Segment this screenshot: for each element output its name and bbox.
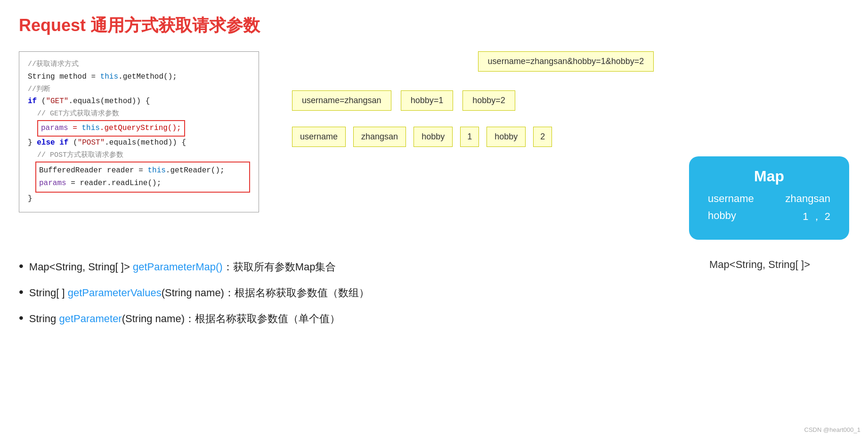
getParameterMap-link: getParameterMap()	[133, 261, 223, 273]
kv-hobby-1: hobby	[414, 127, 453, 147]
map-value-hobby: 1 ， 2	[803, 210, 830, 224]
map-row-hobby: hobby 1 ， 2	[708, 210, 830, 224]
map-key-hobby: hobby	[708, 210, 736, 224]
map-card-wrapper: Map username zhangsan hobby 1 ， 2	[283, 166, 849, 240]
getParameter-link: getParameter	[59, 313, 122, 324]
kv-hobby-2: hobby	[487, 127, 526, 147]
code-box: //获取请求方式 String method = this.getMethod(…	[19, 51, 259, 212]
bullet-item-2: • String[ ] getParameterValues(String na…	[19, 284, 642, 300]
url-bar-wrapper: username=zhangsan&hobby=1&hobby=2	[283, 51, 849, 76]
code-line-6: params = this.getQueryString();	[37, 120, 250, 137]
map-card-title: Map	[708, 168, 830, 185]
url-bar: username=zhangsan&hobby=1&hobby=2	[478, 51, 654, 72]
kv-username: username	[292, 127, 346, 147]
code-section: //获取请求方式 String method = this.getMethod(…	[19, 51, 264, 212]
code-line-2: String method = this.getMethod();	[28, 71, 250, 83]
param-row-1: username=zhangsan hobby=1 hobby=2	[292, 90, 849, 111]
code-line-3: //判断	[28, 83, 250, 96]
param-box-hobby1: hobby=1	[401, 90, 454, 111]
code-line-10: BufferedReader reader = this.getReader()…	[39, 164, 246, 177]
bottom-right: Map<String, String[ ]>	[670, 259, 849, 271]
map-row-username: username zhangsan	[708, 193, 830, 205]
watermark: CSDN @heart000_1	[804, 426, 860, 433]
bullet-item-1: • Map<String, String[ ]> getParameterMap…	[19, 259, 642, 274]
kv-row: username zhangsan hobby 1 hobby 2	[292, 127, 849, 147]
bottom-section: • Map<String, String[ ]> getParameterMap…	[19, 259, 849, 336]
param-box-username-zhangsan: username=zhangsan	[292, 90, 391, 111]
bullet-text-2: String[ ] getParameterValues(String name…	[29, 286, 369, 300]
kv-1: 1	[460, 127, 479, 147]
getParameterValues-link: getParameterValues	[68, 287, 162, 299]
code-line-7: } else if ("POST".equals(method)) {	[28, 137, 250, 149]
page-title: Request 通用方式获取请求参数	[19, 14, 849, 37]
main-content: //获取请求方式 String method = this.getMethod(…	[19, 51, 849, 240]
bullet-text-1: Map<String, String[ ]> getParameterMap()…	[29, 260, 336, 274]
code-line-5: // GET方式获取请求参数	[37, 108, 250, 120]
code-line-8: // POST方式获取请求参数	[37, 149, 250, 162]
kv-zhangsan: zhangsan	[353, 127, 406, 147]
bullet-dot-3: •	[19, 310, 24, 325]
bullet-item-3: • String getParameter(String name)：根据名称获…	[19, 310, 642, 326]
code-line-4: if ("GET".equals(method)) {	[28, 95, 250, 108]
kv-2: 2	[533, 127, 552, 147]
code-line-11: params = reader.readLine();	[39, 177, 246, 190]
param-box-hobby2: hobby=2	[462, 90, 515, 111]
bullet-dot-2: •	[19, 284, 24, 300]
map-key-username: username	[708, 193, 754, 205]
diagram-section: username=zhangsan&hobby=1&hobby=2 userna…	[283, 51, 849, 240]
bullet-list: • Map<String, String[ ]> getParameterMap…	[19, 259, 642, 336]
bullet-text-3: String getParameter(String name)：根据名称获取参…	[29, 312, 340, 326]
map-type-label: Map<String, String[ ]>	[709, 259, 810, 271]
bullet-dot-1: •	[19, 259, 24, 274]
code-line-12: }	[28, 193, 250, 205]
code-highlight-block: BufferedReader reader = this.getReader()…	[35, 162, 250, 193]
map-card: Map username zhangsan hobby 1 ， 2	[689, 156, 849, 240]
map-value-zhangsan: zhangsan	[786, 193, 830, 205]
code-line-1: //获取请求方式	[28, 58, 250, 71]
